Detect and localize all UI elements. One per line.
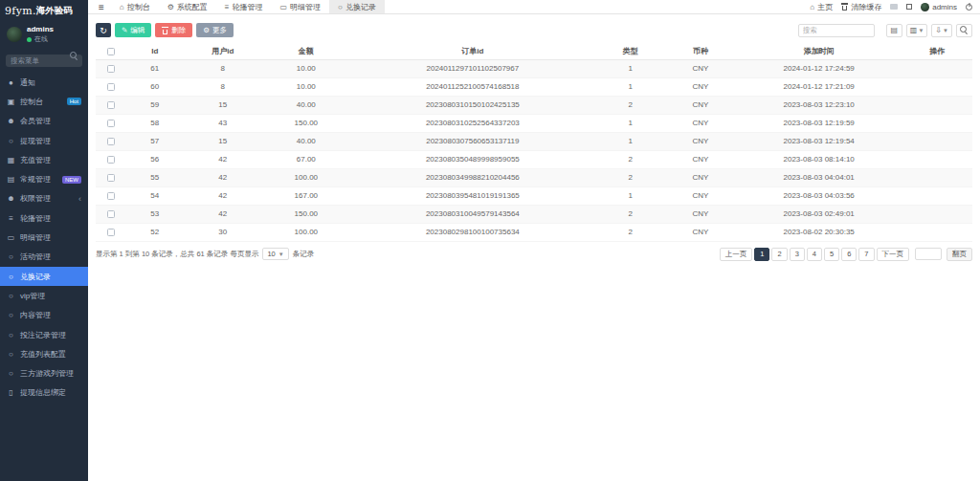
row-checkbox[interactable] (107, 138, 115, 145)
table-row[interactable]: 5230100.0020230802981001007356342CNY2023… (96, 223, 972, 241)
next-page-button[interactable]: 下一页 (877, 248, 910, 261)
table-cell: 52 (126, 223, 184, 241)
page-size-select[interactable]: 10 ▼ (262, 248, 288, 260)
table-cell (902, 96, 972, 114)
sidebar-item-权限管理[interactable]: ☻权限管理‹ (0, 189, 88, 208)
table-row[interactable]: 5542100.0020230803499882102044562CNY2023… (96, 168, 972, 186)
table-cell: 2023080310049579143564 (350, 205, 595, 223)
row-checkbox-cell (96, 96, 126, 114)
table-cell (902, 132, 972, 150)
export-button[interactable]: ⇩▼ (931, 24, 952, 37)
sidebar-item-label: 常规管理 (20, 174, 51, 185)
page-button-7[interactable]: 7 (858, 248, 874, 261)
table-row[interactable]: 5843150.0020230803102525643372031CNY2023… (96, 114, 972, 132)
tab-控制台[interactable]: ⌂控制台 (111, 0, 159, 13)
sidebar-item-label: 会员管理 (20, 116, 51, 126)
sidebar-item-提现管理[interactable]: ○提现管理 (0, 131, 88, 150)
hamburger-icon[interactable]: ≡ (92, 2, 111, 12)
prev-page-button[interactable]: 上一页 (720, 248, 753, 261)
table-row[interactable]: 5442167.0020230803954810191913651CNY2023… (96, 186, 972, 205)
sidebar-item-vip管理[interactable]: ○vip管理 (0, 286, 88, 305)
table-cell: 2023080349988210204456 (350, 168, 595, 186)
sidebar-item-内容管理[interactable]: ○内容管理 (0, 306, 88, 325)
sidebar-item-轮播管理[interactable]: ≡轮播管理 (0, 208, 88, 228)
menu-badge: Hot (67, 98, 81, 105)
row-checkbox[interactable] (107, 229, 115, 236)
bell-icon: ● (7, 78, 15, 87)
table-cell: 2024011252100574168518 (350, 77, 595, 96)
fullscreen-icon[interactable] (906, 4, 912, 10)
page-jump-button[interactable]: 翻页 (947, 248, 972, 261)
sidebar-item-三方游戏列管理[interactable]: ○三方游戏列管理 (0, 363, 88, 383)
home-link[interactable]: ⌂ 主页 (810, 2, 833, 12)
sidebar-item-会员管理[interactable]: ☻会员管理 (0, 112, 88, 131)
row-checkbox[interactable] (107, 210, 115, 218)
sidebar-item-提现信息绑定[interactable]: ▯提现信息绑定 (0, 383, 88, 403)
table-toolbar: ↻ ✎ 编辑 删除 ⚙ 更多 ▤ ▥▼ ⇩▼ (96, 23, 972, 37)
grid-icon: ▦ (7, 156, 15, 164)
page-jump-input[interactable] (915, 248, 942, 260)
row-checkbox[interactable] (107, 65, 115, 73)
sidebar-item-充值列表配置[interactable]: ○充值列表配置 (0, 344, 88, 363)
table-row[interactable]: 60810.0020240112521005741685181CNY2024-0… (96, 77, 972, 96)
sidebar-item-投注记录管理[interactable]: ○投注记录管理 (0, 325, 88, 344)
search-icon (70, 52, 78, 60)
user-menu[interactable]: admins (921, 3, 957, 11)
page-button-4[interactable]: 4 (807, 248, 822, 261)
language-flag-icon[interactable] (890, 4, 898, 10)
table-cell: CNY (665, 132, 735, 150)
circle-icon: ○ (7, 350, 15, 359)
table-body: 61810.0020240112971011025079671CNY2024-0… (96, 59, 972, 241)
select-all-checkbox[interactable] (107, 48, 115, 55)
row-checkbox[interactable] (107, 83, 115, 91)
table-cell: 2023-08-03 04:04:01 (736, 168, 902, 186)
sidebar-item-明细管理[interactable]: ▭明细管理 (0, 228, 88, 247)
search-button[interactable] (956, 24, 972, 37)
paging-toggle-button[interactable]: ▤ (886, 24, 902, 37)
refresh-button[interactable]: ↻ (96, 23, 111, 37)
sidebar-item-兑换记录[interactable]: ○兑换记录 (0, 267, 88, 286)
circle-icon: ○ (338, 3, 343, 11)
sidebar-item-控制台[interactable]: ▣控制台Hot (0, 92, 88, 111)
sidebar-item-活动管理[interactable]: ○活动管理 (0, 248, 88, 267)
user-status: 在线 (27, 34, 54, 44)
row-checkbox[interactable] (107, 174, 115, 182)
tab-轮播管理[interactable]: ≡轮播管理 (216, 0, 272, 13)
username: admins (27, 25, 54, 34)
clear-cache-button[interactable]: 清除缓存 (841, 2, 881, 12)
row-checkbox[interactable] (107, 156, 115, 164)
columns-button[interactable]: ▥▼ (906, 24, 928, 37)
logout-icon[interactable] (966, 4, 972, 11)
sidebar-item-label: 轮播管理 (20, 213, 51, 224)
tab-系统配置[interactable]: ⚙系统配置 (159, 0, 216, 13)
sidebar-item-label: 兑换记录 (20, 272, 51, 282)
edit-button[interactable]: ✎ 编辑 (115, 23, 151, 37)
table-cell: 2023080350489998959055 (350, 150, 595, 168)
row-checkbox[interactable] (107, 192, 115, 200)
page-button-2[interactable]: 2 (771, 248, 787, 261)
row-checkbox[interactable] (107, 101, 115, 109)
sidebar-item-通知[interactable]: ●通知 (0, 73, 88, 92)
records-info-suffix: 条记录 (293, 250, 315, 259)
tab-兑换记录[interactable]: ○兑换记录 (329, 0, 385, 13)
page-button-3[interactable]: 3 (790, 248, 805, 261)
table-row[interactable]: 5342150.0020230803100495791435642CNY2023… (96, 205, 972, 223)
page-button-1[interactable]: 1 (754, 248, 769, 261)
table-row[interactable]: 61810.0020240112971011025079671CNY2024-0… (96, 59, 972, 77)
more-button[interactable]: ⚙ 更多 (196, 23, 234, 37)
sidebar-item-充值管理[interactable]: ▦充值管理 (0, 150, 88, 169)
sliders-icon: ▤ (7, 175, 15, 184)
row-checkbox[interactable] (107, 120, 115, 127)
column-header: 订单id (350, 44, 595, 59)
trash-icon (162, 27, 168, 34)
tab-明细管理[interactable]: ▭明细管理 (272, 0, 330, 13)
table-row[interactable]: 591540.0020230803101501024251352CNY2023-… (96, 96, 972, 114)
table-row[interactable]: 571540.0020230803075606531371191CNY2023-… (96, 132, 972, 150)
table-search-input[interactable] (798, 24, 875, 37)
header-checkbox-cell (96, 44, 126, 59)
sidebar-item-常规管理[interactable]: ▤常规管理NEW (0, 169, 88, 188)
page-button-6[interactable]: 6 (841, 248, 857, 261)
delete-button[interactable]: 删除 (155, 23, 192, 37)
page-button-5[interactable]: 5 (824, 248, 839, 261)
table-row[interactable]: 564267.0020230803504899989590552CNY2023-… (96, 150, 972, 168)
